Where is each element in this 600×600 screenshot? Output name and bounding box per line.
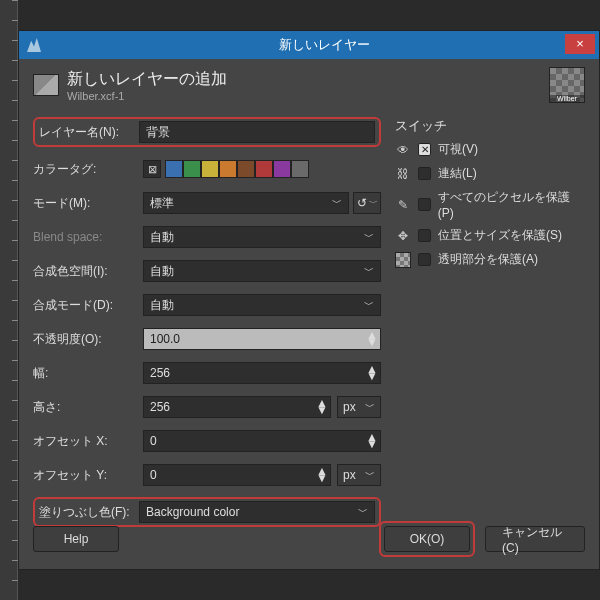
offset-x-spinner[interactable]: 0▲▼ bbox=[143, 430, 381, 452]
blend-space-select: 自動﹀ bbox=[143, 226, 381, 248]
chevron-down-icon: ﹀ bbox=[358, 505, 368, 519]
color-tag-swatches bbox=[165, 160, 309, 178]
lock-alpha-checkbox[interactable] bbox=[418, 253, 431, 266]
fill-select[interactable]: Background color﹀ bbox=[139, 501, 375, 523]
color-tag-none[interactable]: ⊠ bbox=[143, 160, 161, 178]
composite-space-label: 合成色空間(I): bbox=[33, 263, 143, 280]
layer-name-input[interactable]: 背景 bbox=[139, 121, 375, 143]
app-icon bbox=[27, 38, 41, 52]
height-spinner[interactable]: 256▲▼ bbox=[143, 396, 331, 418]
fill-label: 塗りつぶし色(F): bbox=[39, 504, 139, 521]
chevron-down-icon: ﹀ bbox=[365, 468, 375, 482]
width-spinner[interactable]: 256▲▼ bbox=[143, 362, 381, 384]
opacity-spinner[interactable]: 100.0▲▼ bbox=[143, 328, 381, 350]
lock-position-label: 位置とサイズを保護(S) bbox=[438, 227, 562, 244]
mode-reset-button[interactable]: ﹀ bbox=[353, 192, 381, 214]
color-swatch[interactable] bbox=[237, 160, 255, 178]
header-subtitle: Wilber.xcf-1 bbox=[67, 90, 227, 102]
lock-position-checkbox[interactable] bbox=[418, 229, 431, 242]
chevron-down-icon: ﹀ bbox=[364, 230, 374, 244]
eye-icon: 👁 bbox=[395, 142, 411, 158]
preview-thumbnail bbox=[549, 67, 585, 103]
offset-x-label: オフセット X: bbox=[33, 433, 143, 450]
brush-icon: ✎ bbox=[395, 197, 411, 213]
dialog-header: 新しいレイヤーの追加 Wilber.xcf-1 bbox=[19, 59, 599, 111]
titlebar[interactable]: 新しいレイヤー × bbox=[19, 31, 599, 59]
offset-y-spinner[interactable]: 0▲▼ bbox=[143, 464, 331, 486]
linked-checkbox[interactable] bbox=[418, 167, 431, 180]
alpha-icon bbox=[395, 252, 411, 268]
window-title: 新しいレイヤー bbox=[49, 36, 599, 54]
chevron-down-icon: ﹀ bbox=[364, 264, 374, 278]
help-button[interactable]: Help bbox=[33, 526, 119, 552]
lock-pixels-label: すべてのピクセルを保護(P) bbox=[438, 189, 585, 220]
layer-icon bbox=[33, 74, 59, 96]
layer-name-row: レイヤー名(N): 背景 bbox=[33, 117, 381, 147]
header-title: 新しいレイヤーの追加 bbox=[67, 69, 227, 90]
linked-label: 連結(L) bbox=[438, 165, 477, 182]
color-swatch[interactable] bbox=[183, 160, 201, 178]
new-layer-dialog: 新しいレイヤー × 新しいレイヤーの追加 Wilber.xcf-1 レイヤー名(… bbox=[18, 30, 600, 570]
color-swatch[interactable] bbox=[201, 160, 219, 178]
opacity-label: 不透明度(O): bbox=[33, 331, 143, 348]
offset-y-label: オフセット Y: bbox=[33, 467, 143, 484]
chevron-down-icon: ﹀ bbox=[332, 196, 342, 210]
color-swatch[interactable] bbox=[255, 160, 273, 178]
ok-button[interactable]: OK(O) bbox=[384, 526, 470, 552]
chevron-down-icon: ﹀ bbox=[364, 298, 374, 312]
close-button[interactable]: × bbox=[565, 34, 595, 54]
composite-mode-select[interactable]: 自動﹀ bbox=[143, 294, 381, 316]
cancel-button[interactable]: キャンセル(C) bbox=[485, 526, 585, 552]
height-label: 高さ: bbox=[33, 399, 143, 416]
color-swatch[interactable] bbox=[273, 160, 291, 178]
blend-space-label: Blend space: bbox=[33, 230, 143, 244]
chevron-down-icon: ﹀ bbox=[369, 197, 378, 210]
switches-title: スイッチ bbox=[395, 117, 585, 135]
visible-label: 可視(V) bbox=[438, 141, 478, 158]
lock-pixels-checkbox[interactable] bbox=[418, 198, 431, 211]
color-swatch[interactable] bbox=[219, 160, 237, 178]
composite-mode-label: 合成モード(D): bbox=[33, 297, 143, 314]
width-label: 幅: bbox=[33, 365, 143, 382]
mode-select[interactable]: 標準﹀ bbox=[143, 192, 349, 214]
layer-name-label: レイヤー名(N): bbox=[39, 124, 139, 141]
lock-alpha-label: 透明部分を保護(A) bbox=[438, 251, 538, 268]
visible-checkbox[interactable]: ✕ bbox=[418, 143, 431, 156]
color-swatch[interactable] bbox=[165, 160, 183, 178]
mode-label: モード(M): bbox=[33, 195, 143, 212]
color-swatch[interactable] bbox=[291, 160, 309, 178]
composite-space-select[interactable]: 自動﹀ bbox=[143, 260, 381, 282]
move-icon: ✥ bbox=[395, 228, 411, 244]
ruler-vertical bbox=[0, 0, 18, 600]
chevron-down-icon: ﹀ bbox=[365, 400, 375, 414]
size-unit-select[interactable]: px﹀ bbox=[337, 396, 381, 418]
offset-unit-select[interactable]: px﹀ bbox=[337, 464, 381, 486]
color-tag-label: カラータグ: bbox=[33, 161, 143, 178]
chain-icon: ⛓ bbox=[395, 166, 411, 182]
